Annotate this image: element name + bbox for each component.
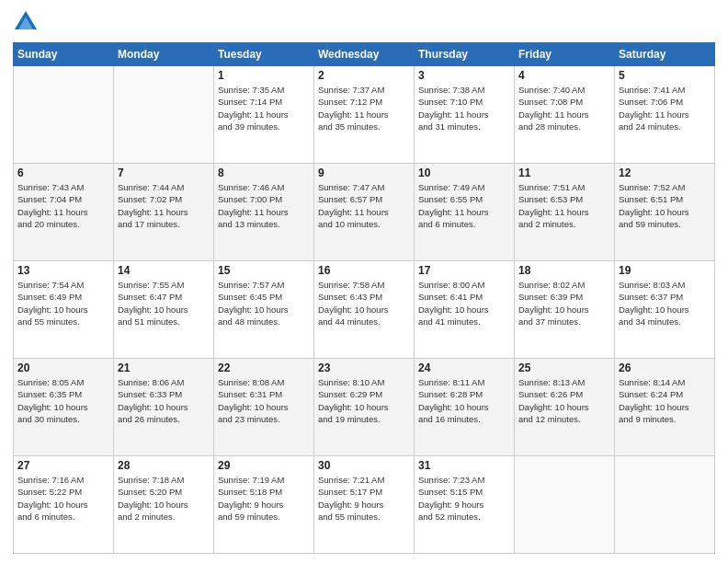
day-number: 25 xyxy=(518,362,610,374)
day-cell: 21Sunrise: 8:06 AM Sunset: 6:33 PM Dayli… xyxy=(114,359,214,456)
day-number: 2 xyxy=(318,69,410,82)
day-info: Sunrise: 8:03 AM Sunset: 6:37 PM Dayligh… xyxy=(619,279,711,327)
day-cell: 30Sunrise: 7:21 AM Sunset: 5:17 PM Dayli… xyxy=(314,456,415,554)
day-number: 18 xyxy=(518,264,610,277)
day-cell: 28Sunrise: 7:18 AM Sunset: 5:20 PM Dayli… xyxy=(114,456,214,554)
day-number: 20 xyxy=(17,362,109,374)
week-row-5: 27Sunrise: 7:16 AM Sunset: 5:22 PM Dayli… xyxy=(14,456,715,554)
day-cell: 15Sunrise: 7:57 AM Sunset: 6:45 PM Dayli… xyxy=(214,261,314,359)
day-cell: 12Sunrise: 7:52 AM Sunset: 6:51 PM Dayli… xyxy=(615,164,715,261)
day-info: Sunrise: 8:11 AM Sunset: 6:28 PM Dayligh… xyxy=(418,376,510,425)
day-cell: 17Sunrise: 8:00 AM Sunset: 6:41 PM Dayli… xyxy=(415,261,515,359)
day-info: Sunrise: 7:38 AM Sunset: 7:10 PM Dayligh… xyxy=(418,84,510,132)
day-number: 13 xyxy=(17,264,109,277)
day-info: Sunrise: 7:57 AM Sunset: 6:45 PM Dayligh… xyxy=(218,279,310,327)
day-info: Sunrise: 7:44 AM Sunset: 7:02 PM Dayligh… xyxy=(118,181,210,230)
day-number: 8 xyxy=(218,167,310,179)
day-info: Sunrise: 7:35 AM Sunset: 7:14 PM Dayligh… xyxy=(218,84,310,132)
day-number: 24 xyxy=(418,362,510,374)
day-info: Sunrise: 8:05 AM Sunset: 6:35 PM Dayligh… xyxy=(17,376,109,425)
day-number: 23 xyxy=(318,362,410,374)
day-info: Sunrise: 7:21 AM Sunset: 5:17 PM Dayligh… xyxy=(318,474,410,523)
day-number: 27 xyxy=(17,459,109,472)
day-number: 4 xyxy=(518,69,610,82)
col-header-thursday: Thursday xyxy=(415,43,515,66)
day-number: 5 xyxy=(619,69,711,82)
logo-icon xyxy=(13,9,39,35)
week-row-4: 20Sunrise: 8:05 AM Sunset: 6:35 PM Dayli… xyxy=(14,359,715,456)
col-header-monday: Monday xyxy=(114,43,214,66)
day-info: Sunrise: 7:41 AM Sunset: 7:06 PM Dayligh… xyxy=(619,84,711,132)
col-header-saturday: Saturday xyxy=(615,43,715,66)
day-cell: 3Sunrise: 7:38 AM Sunset: 7:10 PM Daylig… xyxy=(415,66,515,164)
day-cell: 20Sunrise: 8:05 AM Sunset: 6:35 PM Dayli… xyxy=(14,359,114,456)
col-header-sunday: Sunday xyxy=(14,43,114,66)
day-info: Sunrise: 7:18 AM Sunset: 5:20 PM Dayligh… xyxy=(118,474,210,523)
day-cell xyxy=(114,66,214,164)
day-cell: 11Sunrise: 7:51 AM Sunset: 6:53 PM Dayli… xyxy=(515,164,615,261)
day-cell: 13Sunrise: 7:54 AM Sunset: 6:49 PM Dayli… xyxy=(14,261,114,359)
day-cell xyxy=(14,66,114,164)
day-info: Sunrise: 7:16 AM Sunset: 5:22 PM Dayligh… xyxy=(17,474,109,523)
week-row-1: 1Sunrise: 7:35 AM Sunset: 7:14 PM Daylig… xyxy=(14,66,715,164)
day-number: 6 xyxy=(17,167,109,179)
day-info: Sunrise: 8:02 AM Sunset: 6:39 PM Dayligh… xyxy=(518,279,610,327)
day-cell: 8Sunrise: 7:46 AM Sunset: 7:00 PM Daylig… xyxy=(214,164,314,261)
day-info: Sunrise: 7:19 AM Sunset: 5:18 PM Dayligh… xyxy=(218,474,310,523)
day-cell: 1Sunrise: 7:35 AM Sunset: 7:14 PM Daylig… xyxy=(214,66,314,164)
day-cell: 16Sunrise: 7:58 AM Sunset: 6:43 PM Dayli… xyxy=(314,261,415,359)
day-number: 26 xyxy=(619,362,711,374)
day-info: Sunrise: 7:46 AM Sunset: 7:00 PM Dayligh… xyxy=(218,181,310,230)
day-cell: 19Sunrise: 8:03 AM Sunset: 6:37 PM Dayli… xyxy=(615,261,715,359)
day-info: Sunrise: 7:47 AM Sunset: 6:57 PM Dayligh… xyxy=(318,181,410,230)
day-cell xyxy=(615,456,715,554)
day-info: Sunrise: 8:00 AM Sunset: 6:41 PM Dayligh… xyxy=(418,279,510,327)
col-header-tuesday: Tuesday xyxy=(214,43,314,66)
day-cell: 14Sunrise: 7:55 AM Sunset: 6:47 PM Dayli… xyxy=(114,261,214,359)
day-cell: 27Sunrise: 7:16 AM Sunset: 5:22 PM Dayli… xyxy=(14,456,114,554)
day-info: Sunrise: 7:52 AM Sunset: 6:51 PM Dayligh… xyxy=(619,181,711,230)
day-info: Sunrise: 7:40 AM Sunset: 7:08 PM Dayligh… xyxy=(518,84,610,132)
day-cell: 2Sunrise: 7:37 AM Sunset: 7:12 PM Daylig… xyxy=(314,66,415,164)
day-info: Sunrise: 8:08 AM Sunset: 6:31 PM Dayligh… xyxy=(218,376,310,425)
day-cell xyxy=(515,456,615,554)
col-header-friday: Friday xyxy=(515,43,615,66)
day-cell: 24Sunrise: 8:11 AM Sunset: 6:28 PM Dayli… xyxy=(415,359,515,456)
day-number: 31 xyxy=(418,459,510,472)
day-cell: 7Sunrise: 7:44 AM Sunset: 7:02 PM Daylig… xyxy=(114,164,214,261)
day-number: 22 xyxy=(218,362,310,374)
day-number: 9 xyxy=(318,167,410,179)
day-info: Sunrise: 8:10 AM Sunset: 6:29 PM Dayligh… xyxy=(318,376,410,425)
day-info: Sunrise: 8:06 AM Sunset: 6:33 PM Dayligh… xyxy=(118,376,210,425)
day-info: Sunrise: 8:13 AM Sunset: 6:26 PM Dayligh… xyxy=(518,376,610,425)
logo xyxy=(13,9,40,35)
day-cell: 9Sunrise: 7:47 AM Sunset: 6:57 PM Daylig… xyxy=(314,164,415,261)
day-cell: 31Sunrise: 7:23 AM Sunset: 5:15 PM Dayli… xyxy=(415,456,515,554)
day-number: 3 xyxy=(418,69,510,82)
col-header-wednesday: Wednesday xyxy=(314,43,415,66)
calendar-table: SundayMondayTuesdayWednesdayThursdayFrid… xyxy=(13,42,715,554)
day-cell: 18Sunrise: 8:02 AM Sunset: 6:39 PM Dayli… xyxy=(515,261,615,359)
day-number: 15 xyxy=(218,264,310,277)
day-cell: 23Sunrise: 8:10 AM Sunset: 6:29 PM Dayli… xyxy=(314,359,415,456)
day-number: 19 xyxy=(619,264,711,277)
day-number: 17 xyxy=(418,264,510,277)
header-row: SundayMondayTuesdayWednesdayThursdayFrid… xyxy=(14,43,715,66)
day-number: 12 xyxy=(619,167,711,179)
day-info: Sunrise: 7:54 AM Sunset: 6:49 PM Dayligh… xyxy=(17,279,109,327)
day-info: Sunrise: 7:23 AM Sunset: 5:15 PM Dayligh… xyxy=(418,474,510,523)
day-cell: 4Sunrise: 7:40 AM Sunset: 7:08 PM Daylig… xyxy=(515,66,615,164)
day-info: Sunrise: 7:58 AM Sunset: 6:43 PM Dayligh… xyxy=(318,279,410,327)
day-info: Sunrise: 7:43 AM Sunset: 7:04 PM Dayligh… xyxy=(17,181,109,230)
day-info: Sunrise: 7:49 AM Sunset: 6:55 PM Dayligh… xyxy=(418,181,510,230)
day-cell: 22Sunrise: 8:08 AM Sunset: 6:31 PM Dayli… xyxy=(214,359,314,456)
day-number: 30 xyxy=(318,459,410,472)
day-number: 29 xyxy=(218,459,310,472)
day-info: Sunrise: 8:14 AM Sunset: 6:24 PM Dayligh… xyxy=(619,376,711,425)
header xyxy=(13,9,715,35)
day-number: 16 xyxy=(318,264,410,277)
day-number: 11 xyxy=(518,167,610,179)
day-number: 28 xyxy=(118,459,210,472)
day-number: 1 xyxy=(218,69,310,82)
day-number: 14 xyxy=(118,264,210,277)
